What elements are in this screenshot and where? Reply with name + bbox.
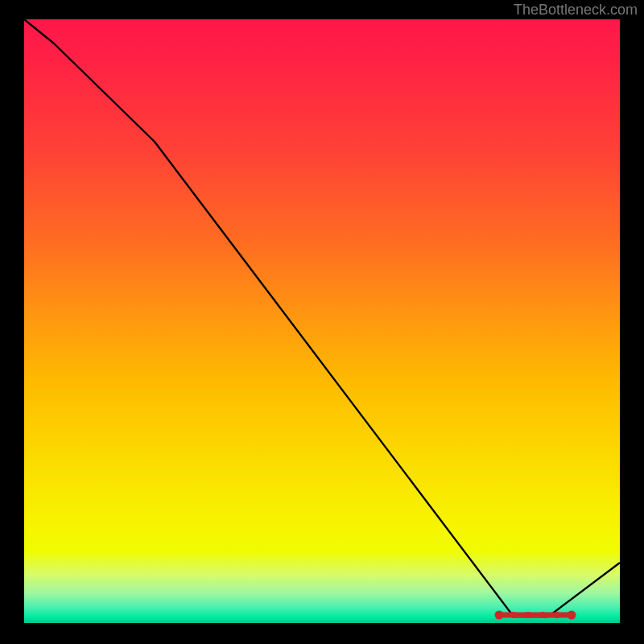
- chart-container: TheBottleneck.com: [0, 0, 644, 644]
- svg-point-3: [525, 612, 531, 618]
- svg-point-5: [554, 612, 560, 618]
- attribution-text: TheBottleneck.com: [514, 2, 638, 19]
- svg-point-6: [568, 611, 576, 620]
- optimal-marker: [495, 611, 576, 620]
- chart-svg: [24, 19, 620, 623]
- plot-area: [24, 19, 620, 623]
- svg-point-4: [539, 612, 546, 618]
- svg-point-2: [510, 612, 517, 618]
- svg-point-1: [495, 611, 504, 620]
- deviation-curve-line: [24, 19, 620, 617]
